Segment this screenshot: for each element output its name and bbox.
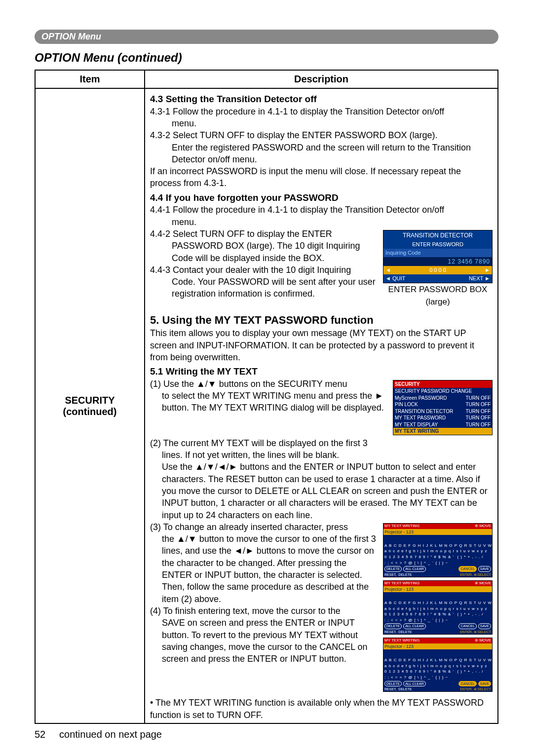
password-box-figure: TRANSITION DETECTOR ENTER PASSWORD Inqui… xyxy=(383,230,493,308)
txtbox-sym: : ; < = > ? @ [ \ ] ^ _ ` { | } ~ xyxy=(383,560,492,566)
secbox-r1: SECURITY PASSWORD CHANGE xyxy=(393,388,492,395)
s51-p2c: Use the ▲/▼/◄/► buttons and the ENTER or… xyxy=(150,461,493,521)
col-desc: Description xyxy=(145,70,498,88)
secbox-r7: MY TEXT WRITING xyxy=(393,428,492,435)
page-number: 52 xyxy=(35,729,45,740)
pwbox-code-label: Inquiring Code xyxy=(383,249,492,257)
txtbox2-lower: a b c d e f g h i j k l m n o p q r s t … xyxy=(383,606,492,612)
col-item: Item xyxy=(35,70,145,88)
secbox-r4r: TURN OFF xyxy=(465,408,491,415)
secbox-r5r: TURN OFF xyxy=(465,415,491,421)
txtbox3-bar-l: MY TEXT WRITING xyxy=(384,638,419,643)
txtbox2-cancel: CANCEL xyxy=(458,623,476,629)
txtbox2-sym: : ; < = > ? @ [ \ ] ^ _ ` { | } ~ xyxy=(383,617,492,623)
pwbox-code-value: 12 3456 7890 xyxy=(383,257,492,266)
secbox-r4l: TRANSITION DETECTOR xyxy=(395,408,453,415)
txtbox2-foot-l: RESET, :DELETE xyxy=(384,630,412,634)
txtbox-lower: a b c d e f g h i j k l m n o p q r s t … xyxy=(383,548,492,554)
txtbox-foot-r: ENTER, ⊕:SELECT xyxy=(460,572,491,577)
s43-title: 4.3 Setting the Transition Detector off xyxy=(150,93,493,106)
s51-p2b: lines. If not yet written, the lines wil… xyxy=(150,449,493,461)
txtbox3-upper: A B C D E F G H I J K L M N O P Q R S T … xyxy=(383,657,492,663)
txtbox-num: 0 1 2 3 4 5 6 7 8 9 ! " # $ % & ' ( ) * … xyxy=(383,554,492,560)
s5-title: 5. Using the MY TEXT PASSWORD function xyxy=(150,313,493,328)
pwbox-caption1: ENTER PASSWORD BOX xyxy=(383,284,493,296)
txtbox2-input: Projector - 123 xyxy=(383,586,492,592)
txtbox-3: MY TEXT WRITING⊕:MOVE Projector - 123 A … xyxy=(383,638,493,692)
txtbox2-bar-r: ⊕:MOVE xyxy=(475,581,491,586)
section-title: OPTION Menu (continued) xyxy=(35,51,498,65)
txtbox-delete: DELETE xyxy=(384,566,402,571)
pwbox-left-arrow-icon: ◄ xyxy=(385,266,391,274)
item-cell: SECURITY (continued) xyxy=(35,88,145,723)
txtbox2-delete: DELETE xyxy=(384,623,402,629)
pwbox-digits: 0 0 0 0 xyxy=(429,266,446,274)
pwbox-caption2: (large) xyxy=(383,297,493,308)
item-line2: (continued) xyxy=(63,406,117,417)
txtbox2-upper: A B C D E F G H I J K L M N O P Q R S T … xyxy=(383,600,492,606)
header-bar: OPTION Menu xyxy=(35,30,498,44)
pwbox-title1: TRANSITION DETECTOR xyxy=(383,230,492,240)
s51-p2a: (2) The current MY TEXT will be displaye… xyxy=(150,438,368,448)
txtbox3-clear: ALL CLEAR xyxy=(403,681,425,686)
txtbox-cancel: CANCEL xyxy=(458,566,476,571)
s44-p1b: menu. xyxy=(150,216,493,228)
txtbox-2: MY TEXT WRITING⊕:MOVE Projector - 123 A … xyxy=(383,580,493,635)
secbox-r6l: MY TEXT DISPLAY xyxy=(395,421,438,428)
pwbox-title2: ENTER PASSWORD xyxy=(383,240,492,249)
security-menu-figure: SECURITY SECURITY PASSWORD CHANGE MyScre… xyxy=(393,380,493,435)
txtbox3-num: 0 1 2 3 4 5 6 7 8 9 ! " # $ % & ' ( ) * … xyxy=(383,669,492,675)
txtbox3-input: Projector - 123 xyxy=(383,643,492,649)
txtbox2-foot-r: ENTER, ⊕:SELECT xyxy=(460,630,491,634)
s43-p2b: Enter the registered PASSWORD and the sc… xyxy=(150,142,493,166)
s5-intro: This item allows you to display your own… xyxy=(150,327,493,363)
txtbox-foot-l: RESET, :DELETE xyxy=(384,572,412,577)
txtbox3-foot-r: ENTER, ⊕:SELECT xyxy=(460,687,491,691)
txtbox2-clear: ALL CLEAR xyxy=(403,623,425,629)
s51-note: • The MY TEXT WRITING function is availa… xyxy=(150,697,493,721)
s44-p1a: 4.4-1 Follow the procedure in 4.1-1 to d… xyxy=(150,205,444,215)
mytext-figures: MY TEXT WRITING⊕:MOVE Projector - 123 A … xyxy=(383,523,493,695)
txtbox-1: MY TEXT WRITING⊕:MOVE Projector - 123 A … xyxy=(383,523,493,577)
secbox-r3r: TURN OFF xyxy=(465,401,491,408)
desc-cell: 4.3 Setting the Transition Detector off … xyxy=(145,88,498,723)
secbox-r6r: TURN OFF xyxy=(465,421,491,428)
secbox-hdr: SECURITY xyxy=(393,380,492,388)
continued-note: continued on next page xyxy=(59,729,162,740)
s44-p2a: 4.4-2 Select TURN OFF to display the ENT… xyxy=(150,229,332,239)
s51-p4a: (4) To finish entering text, move the cu… xyxy=(150,606,341,616)
txtbox2-save: SAVE xyxy=(478,623,491,629)
s51-p1a: (1) Use the ▲/▼ buttons on the SECURITY … xyxy=(150,379,347,389)
pwbox-right-arrow-icon: ► xyxy=(485,266,490,274)
txtbox3-bar-r: ⊕:MOVE xyxy=(475,638,491,643)
txtbox-bar-r: ⊕:MOVE xyxy=(475,524,491,529)
pwbox-next: NEXT ► xyxy=(469,275,490,282)
s43-p2a: 4.3-2 Select TURN OFF to display the ENT… xyxy=(150,130,438,140)
secbox-r3l: PIN LOCK xyxy=(395,401,418,408)
item-line1: SECURITY xyxy=(65,395,114,406)
txtbox3-sym: : ; < = > ? @ [ \ ] ^ _ ` { | } ~ xyxy=(383,675,492,680)
pwbox-quit: ◄ QUIT xyxy=(385,275,405,282)
s44-p3a: 4.4-3 Contact your dealer with the 10 di… xyxy=(150,265,351,275)
secbox-r5l: MY TEXT PASSWORD xyxy=(395,415,446,421)
txtbox3-cancel: CANCEL xyxy=(458,681,476,686)
txtbox3-delete: DELETE xyxy=(384,681,402,686)
s43-p1a: 4.3-1 Follow the procedure in 4.1-1 to d… xyxy=(150,107,444,116)
txtbox-bar-l: MY TEXT WRITING xyxy=(384,524,419,529)
main-table: Item Description SECURITY (continued) 4.… xyxy=(35,70,498,724)
s43-p3: If an incorrect PASSWORD is input the me… xyxy=(150,165,493,189)
secbox-r2l: MyScreen PASSWORD xyxy=(395,395,447,402)
s51-title: 5.1 Writing the MY TEXT xyxy=(150,365,493,378)
txtbox-clear: ALL CLEAR xyxy=(403,566,425,571)
txtbox-upper: A B C D E F G H I J K L M N O P Q R S T … xyxy=(383,543,492,549)
txtbox2-num: 0 1 2 3 4 5 6 7 8 9 ! " # $ % & ' ( ) * … xyxy=(383,611,492,617)
txtbox3-foot-l: RESET, :DELETE xyxy=(384,687,412,691)
s44-title: 4.4 If you have forgotten your PASSWORD xyxy=(150,191,493,204)
txtbox-input: Projector - 123 xyxy=(383,529,492,535)
s51-p3a: (3) To change an already inserted charac… xyxy=(150,522,348,532)
txtbox3-save: SAVE xyxy=(478,681,491,686)
txtbox-save: SAVE xyxy=(478,566,491,571)
s43-p1b: menu. xyxy=(150,117,493,129)
txtbox3-lower: a b c d e f g h i j k l m n o p q r s t … xyxy=(383,663,492,669)
secbox-r2r: TURN OFF xyxy=(465,395,491,402)
